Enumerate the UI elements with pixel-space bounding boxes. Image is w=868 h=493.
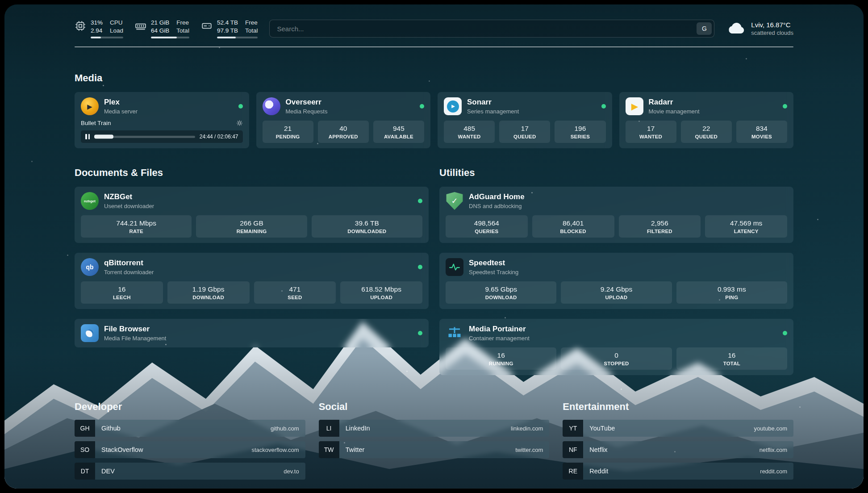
playback-progress-fill [94, 135, 113, 139]
memory-label-top: Free [176, 19, 189, 27]
cpu-label-top: CPU [110, 19, 123, 27]
filebrowser-service-link[interactable]: File Browser Media File Management [81, 324, 422, 342]
search-provider-button[interactable]: G [697, 22, 712, 35]
bookmark-abbr: NF [563, 441, 583, 458]
section-title-utilities: Utilities [439, 167, 793, 179]
bookmark-name: DEV [95, 468, 115, 475]
disk-total: 97.9 TB [217, 27, 238, 35]
bookmark-url: reddit.com [760, 468, 793, 475]
service-name: Sonarr [467, 98, 519, 107]
bookmark-stackoverflow[interactable]: SO StackOverflow stackoverflow.com [75, 441, 305, 458]
memory-progress-fill [151, 37, 176, 38]
bookmark-netflix[interactable]: NF Netflix netflix.com [563, 441, 793, 458]
bookmarks-entertainment: Entertainment YT YouTube youtube.com NF … [563, 401, 793, 484]
service-name: Plex [104, 98, 138, 107]
stat-box: 21 PENDING [263, 121, 313, 143]
stat-box: 16 LEECH [81, 281, 163, 304]
speedtest-icon [446, 258, 463, 276]
sonarr-card: ▶ Sonarr Series management 485 WANTED 17… [438, 92, 612, 148]
stat-box: 40 APPROVED [318, 121, 369, 143]
bookmark-youtube[interactable]: YT YouTube youtube.com [563, 420, 793, 437]
cpu-label-bottom: Load [110, 27, 123, 35]
bookmark-linkedin[interactable]: LI LinkedIn linkedin.com [319, 420, 550, 437]
bookmark-name: Github [95, 425, 121, 432]
service-subtitle: Media Requests [286, 108, 328, 115]
bookmark-dev[interactable]: DT DEV dev.to [75, 463, 305, 480]
cpu-widget: 31% 2.94 CPU Load [75, 19, 123, 38]
bookmark-name: Netflix [583, 446, 607, 453]
bookmark-name: Reddit [583, 468, 608, 475]
qbittorrent-icon: qb [81, 258, 99, 276]
stat-box: 471 SEED [254, 281, 336, 304]
stat-box: 9.24 Gbps UPLOAD [561, 281, 672, 304]
search-input[interactable] [269, 20, 714, 38]
adguard-service-link[interactable]: ✓ AdGuard Home DNS and adblocking [446, 192, 787, 210]
status-dot [783, 331, 787, 335]
cpu-progress-track [91, 37, 123, 38]
playback-time: 24:44 / 02:06:47 [200, 134, 238, 140]
stat-box: 47.569 ms LATENCY [705, 215, 787, 238]
bookmark-reddit[interactable]: RE Reddit reddit.com [563, 463, 793, 480]
media-grid: ▶ Plex Media server Bullet Train [75, 92, 793, 148]
status-dot [238, 104, 243, 109]
bookmark-name: LinkedIn [339, 425, 370, 432]
plex-player-bar: 24:44 / 02:06:47 [81, 130, 243, 143]
disk-label-top: Free [245, 19, 258, 27]
bookmark-url: github.com [271, 425, 305, 432]
status-dot [418, 199, 422, 203]
service-name: NZBGet [104, 192, 154, 201]
status-dot [420, 104, 424, 109]
bookmarks-social: Social LI LinkedIn linkedin.com TW Twitt… [319, 401, 550, 484]
stat-box: 485 WANTED [444, 121, 495, 143]
service-name: Speedtest [469, 259, 518, 267]
disk-label-bottom: Total [245, 27, 258, 35]
bookmark-url: twitter.com [515, 447, 549, 453]
portainer-icon [446, 324, 463, 342]
gear-icon[interactable] [236, 120, 243, 126]
stat-box: 17 WANTED [626, 121, 676, 143]
service-subtitle: Media server [104, 108, 138, 115]
radarr-service-link[interactable]: ▶ Radarr Movie management [626, 97, 788, 115]
snow-specks [4, 4, 6, 6]
nzbget-card: nzbget NZBGet Usenet downloader 744.21 M… [75, 187, 429, 243]
bookmark-url: stackoverflow.com [251, 447, 305, 453]
bookmark-abbr: LI [319, 420, 339, 437]
bookmark-twitter[interactable]: TW Twitter twitter.com [319, 441, 550, 458]
stat-box: 39.6 TB DOWNLOADED [312, 215, 422, 238]
playback-progress-track[interactable] [94, 136, 195, 138]
qbittorrent-card: qb qBittorrent Torrent downloader 16 LEE… [75, 253, 429, 309]
disk-progress-track [217, 37, 258, 38]
plex-service-link[interactable]: ▶ Plex Media server [81, 97, 243, 115]
stat-box: 945 AVAILABLE [373, 121, 424, 143]
service-subtitle: Media File Management [104, 335, 166, 342]
bookmarks-developer: Developer GH Github github.com SO StackO… [75, 401, 305, 484]
bookmark-group-title: Developer [75, 401, 305, 413]
sonarr-icon: ▶ [444, 97, 462, 115]
bookmark-url: netflix.com [760, 447, 793, 453]
top-bar: 31% 2.94 CPU Load [75, 19, 793, 38]
section-title-documents: Documents & Files [75, 167, 429, 179]
cpu-icon [75, 20, 86, 33]
radarr-icon: ▶ [626, 97, 643, 115]
bookmark-abbr: SO [75, 441, 95, 458]
portainer-service-link[interactable]: Media Portainer Container management [446, 324, 787, 342]
service-subtitle: Speedtest Tracking [469, 269, 518, 276]
qbittorrent-service-link[interactable]: qb qBittorrent Torrent downloader [81, 258, 422, 276]
speedtest-card: Speedtest Speedtest Tracking 9.65 Gbps D… [439, 253, 793, 309]
service-subtitle: Container management [469, 335, 530, 342]
documents-column: Documents & Files nzbget NZBGet Usenet d… [75, 167, 429, 347]
status-dot [418, 265, 422, 269]
pause-icon[interactable] [85, 134, 90, 139]
bookmark-url: youtube.com [754, 425, 793, 432]
search-container: G [269, 20, 714, 38]
bookmark-name: YouTube [583, 425, 615, 432]
bookmark-github[interactable]: GH Github github.com [75, 420, 305, 437]
overseerr-service-link[interactable]: Overseerr Media Requests [263, 97, 425, 115]
bookmark-name: StackOverflow [95, 446, 143, 453]
nzbget-service-link[interactable]: nzbget NZBGet Usenet downloader [81, 192, 422, 210]
sonarr-service-link[interactable]: ▶ Sonarr Series management [444, 97, 606, 115]
nzbget-icon: nzbget [81, 192, 99, 210]
speedtest-service-link[interactable]: Speedtest Speedtest Tracking [446, 258, 787, 276]
stat-box: 834 MOVIES [736, 121, 787, 143]
utilities-column: Utilities ✓ AdGuard Home DNS and adblock… [439, 167, 793, 375]
